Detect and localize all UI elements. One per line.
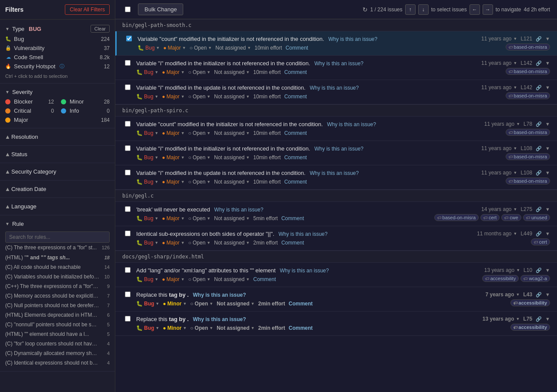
type-dropdown-icon[interactable]: ▼ (154, 216, 158, 221)
bulk-change-button[interactable]: Bulk Change (138, 3, 183, 15)
rule-list-item[interactable]: (C) "nonnull" pointers should not be set… (5, 320, 110, 329)
nav-right-button[interactable]: → (483, 4, 493, 15)
date-dropdown-icon[interactable]: ▼ (516, 268, 520, 272)
issue-row[interactable]: Variable "i" modified in the update is n… (115, 80, 557, 104)
date-dropdown-icon[interactable]: ▼ (513, 146, 517, 151)
issue-checkbox-cell[interactable] (122, 206, 133, 212)
issue-checkbox-cell[interactable] (122, 145, 133, 151)
why-issue-link[interactable]: Why is this an issue? (328, 36, 377, 42)
type-dropdown-icon[interactable]: ▼ (154, 180, 158, 184)
assignee-dropdown-icon[interactable]: ▼ (251, 326, 255, 330)
type-dropdown-icon[interactable]: ▼ (154, 94, 158, 99)
severity-dropdown-icon[interactable]: ▼ (181, 277, 185, 281)
type-item-security-hotspot[interactable]: 🔥 Security Hotspot ⓘ 12 (5, 62, 110, 71)
issue-checkbox-cell[interactable] (122, 121, 133, 127)
type-dropdown-icon[interactable]: ▼ (154, 277, 158, 281)
issue-checkbox[interactable] (125, 60, 131, 66)
filter-icon[interactable]: ▼ (545, 170, 550, 175)
date-dropdown-icon[interactable]: ▼ (516, 317, 520, 321)
rule-list-item[interactable]: (C) "for" loop counters should not have … (5, 339, 110, 348)
copy-link-icon[interactable]: 🔗 (536, 268, 542, 273)
copy-link-icon[interactable]: 🔗 (536, 170, 542, 176)
severity-dropdown-icon[interactable]: ▼ (181, 241, 185, 245)
type-dropdown-icon[interactable]: ▼ (155, 326, 159, 330)
assignee-dropdown-icon[interactable]: ▼ (247, 46, 251, 50)
severity-dropdown-icon[interactable]: ▼ (181, 70, 185, 74)
select-all-checkbox[interactable] (125, 7, 131, 12)
severity-dropdown-icon[interactable]: ▼ (183, 326, 187, 330)
resolution-section-header[interactable]: ▶ Resolution (5, 132, 110, 142)
status-dropdown-icon[interactable]: ▼ (207, 180, 211, 184)
issue-row[interactable]: Replace this tag by . Why is this an iss… (115, 287, 557, 312)
issue-checkbox[interactable] (125, 231, 131, 236)
rule-list-item[interactable]: (C) Memory access should be explicitly b… (5, 291, 110, 301)
issue-checkbox[interactable] (125, 316, 131, 322)
date-dropdown-icon[interactable]: ▼ (516, 122, 520, 126)
copy-link-icon[interactable]: 🔗 (536, 292, 542, 298)
status-dropdown-icon[interactable]: ▼ (207, 94, 211, 99)
rule-search-input[interactable] (5, 231, 110, 243)
issue-row[interactable]: Variable "count" modified in the initial… (115, 117, 557, 141)
severity-section-header[interactable]: ▼ Severity (5, 87, 110, 97)
status-section-header[interactable]: ▶ Status (5, 149, 110, 159)
comment-link[interactable]: Comment (253, 276, 276, 282)
rule-section-header[interactable]: ▼ Rule (5, 219, 110, 229)
security-category-section-header[interactable]: ▶ Security Category (5, 167, 110, 177)
rule-list-item[interactable]: (C) All code should be reachable 14 (5, 262, 110, 272)
assignee-dropdown-icon[interactable]: ▼ (246, 277, 250, 281)
assignee-dropdown-icon[interactable]: ▼ (246, 216, 250, 221)
copy-link-icon[interactable]: 🔗 (536, 231, 542, 237)
severity-dropdown-icon[interactable]: ▼ (182, 46, 186, 50)
select-all-checkbox-cell[interactable] (122, 7, 133, 12)
issue-checkbox[interactable] (125, 145, 131, 151)
status-dropdown-icon[interactable]: ▼ (207, 241, 211, 245)
issue-row[interactable]: Variable "count" modified in the initial… (115, 31, 557, 56)
rule-list-item[interactable]: (HTML) Elements deprecated in HTML5 ... … (5, 310, 110, 320)
issue-checkbox-cell[interactable] (122, 84, 133, 90)
assignee-dropdown-icon[interactable]: ▼ (246, 94, 250, 99)
assignee-dropdown-icon[interactable]: ▼ (246, 131, 250, 135)
rule-list-item[interactable]: (C) Variables should be initialized befo… (5, 272, 110, 281)
why-issue-link[interactable]: Why is this an issue? (193, 292, 246, 298)
issue-row[interactable]: Replace this tag by . Why is this an iss… (115, 312, 557, 336)
rule-list-item[interactable]: (HTML) "" element should have a l... 5 (5, 329, 110, 339)
filter-icon[interactable]: ▼ (545, 292, 550, 297)
status-dropdown-icon[interactable]: ▼ (209, 302, 213, 306)
severity-dropdown-icon[interactable]: ▼ (183, 302, 187, 306)
filter-icon[interactable]: ▼ (545, 316, 550, 322)
issue-row[interactable]: Identical sub-expressions on both sides … (115, 226, 557, 251)
assignee-dropdown-icon[interactable]: ▼ (246, 241, 250, 245)
refresh-button[interactable]: ↻ (362, 6, 368, 13)
issue-checkbox-cell[interactable] (122, 267, 133, 273)
severity-dropdown-icon[interactable]: ▼ (181, 131, 185, 135)
why-issue-link[interactable]: Why is this an issue? (315, 60, 364, 67)
rule-list-item[interactable]: (C) Dynamically allocated memory shoul..… (5, 348, 110, 358)
why-issue-link[interactable]: Why is this an issue? (278, 231, 328, 237)
comment-link[interactable]: Comment (284, 179, 307, 185)
comment-link[interactable]: Comment (284, 69, 307, 75)
filter-icon[interactable]: ▼ (545, 60, 550, 66)
rule-list-item[interactable]: (C) Identical expressions should not be … (5, 358, 110, 368)
filter-icon[interactable]: ▼ (545, 36, 550, 41)
status-dropdown-icon[interactable]: ▼ (207, 70, 211, 74)
assignee-dropdown-icon[interactable]: ▼ (246, 180, 250, 184)
type-dropdown-icon[interactable]: ▼ (155, 302, 159, 306)
type-dropdown-icon[interactable]: ▼ (154, 241, 158, 245)
issue-checkbox-cell[interactable] (122, 60, 133, 66)
issue-checkbox[interactable] (125, 267, 131, 273)
language-section-header[interactable]: ▶ Language (5, 201, 110, 211)
issue-checkbox-cell[interactable] (122, 316, 133, 322)
comment-link[interactable]: Comment (281, 215, 304, 221)
type-dropdown-icon[interactable]: ▼ (154, 131, 158, 135)
comment-link[interactable]: Comment (285, 45, 308, 51)
clear-all-filters-button[interactable]: Clear All Filters (65, 4, 110, 15)
issue-checkbox[interactable] (125, 170, 131, 175)
issue-checkbox[interactable] (125, 121, 131, 127)
comment-link[interactable]: Comment (284, 94, 307, 100)
type-dropdown-icon[interactable]: ▼ (156, 46, 160, 50)
rule-list-item[interactable]: (C) Null pointers should not be derefer … (5, 301, 110, 310)
assignee-dropdown-icon[interactable]: ▼ (246, 155, 250, 160)
severity-dropdown-icon[interactable]: ▼ (181, 180, 185, 184)
rule-list-item[interactable]: (C) The three expressions of a "for" st.… (5, 243, 110, 252)
why-issue-link[interactable]: Why is this an issue? (193, 316, 246, 322)
